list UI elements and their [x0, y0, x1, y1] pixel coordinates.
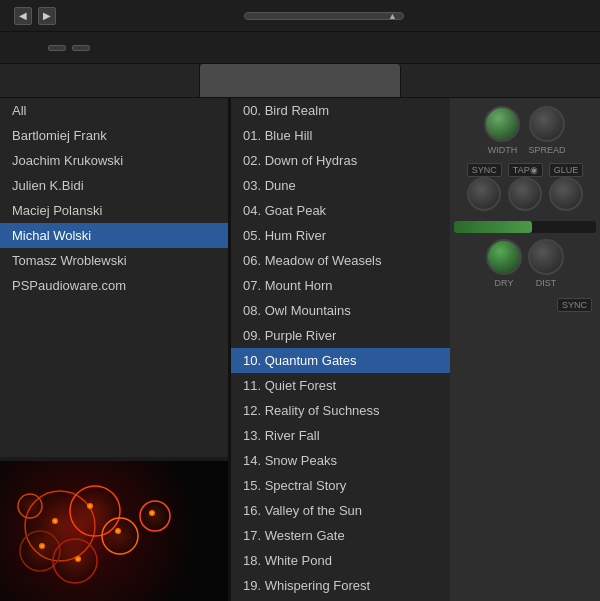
tap-tag: TAP◉: [508, 163, 543, 177]
knob-group-dist: DIST: [528, 239, 564, 288]
preset-item-7[interactable]: 07. Mount Horn: [231, 273, 450, 298]
spread-knob[interactable]: [529, 106, 565, 142]
preset-item-5[interactable]: 05. Hum River: [231, 223, 450, 248]
preset-item-1[interactable]: 01. Blue Hill: [231, 123, 450, 148]
preset-name-display[interactable]: [244, 12, 404, 20]
glue-knob[interactable]: [549, 177, 583, 211]
knob-overlay: WIDTH SPREAD SYNC TAP◉: [450, 98, 600, 601]
sync-knob[interactable]: [467, 177, 501, 211]
preset-item-19[interactable]: 19. Whispering Forest: [231, 573, 450, 598]
ab-controls: [48, 45, 90, 51]
knob-group-dry: DRY: [486, 239, 522, 288]
toolbar: [0, 32, 600, 64]
zoom-left-btn[interactable]: ◀: [14, 7, 32, 25]
ab-toggle-btn[interactable]: [48, 45, 66, 51]
preset-item-12[interactable]: 12. Reality of Suchness: [231, 398, 450, 423]
width-label: WIDTH: [488, 145, 518, 155]
author-item-5[interactable]: Michal Wolski: [0, 223, 228, 248]
author-item-1[interactable]: Bartlomiej Frank: [0, 123, 228, 148]
preset-list: 00. Bird Realm01. Blue Hill02. Down of H…: [230, 98, 450, 601]
dist-knob[interactable]: [528, 239, 564, 275]
tab-designer[interactable]: [200, 64, 400, 97]
preset-item-18[interactable]: 18. White Pond: [231, 548, 450, 573]
zoom-controls: ◀ ▶: [8, 7, 56, 25]
dist-label: DIST: [536, 278, 557, 288]
knob-group-spread: SPREAD: [528, 106, 565, 155]
spread-label: SPREAD: [528, 145, 565, 155]
preset-item-2[interactable]: 02. Down of Hydras: [231, 148, 450, 173]
preset-artwork: [0, 461, 228, 601]
knob-group-glue: GLUE: [549, 163, 584, 211]
preset-item-16[interactable]: 16. Valley of the Sun: [231, 498, 450, 523]
author-item-3[interactable]: Julien K.Bidi: [0, 173, 228, 198]
author-list: AllBartlomiej FrankJoachim KrukowskiJuli…: [0, 98, 228, 457]
preset-item-15[interactable]: 15. Spectral Story: [231, 473, 450, 498]
tab-my-presets[interactable]: [401, 64, 600, 97]
glue-tag: GLUE: [549, 163, 584, 177]
dry-label: DRY: [495, 278, 514, 288]
preset-item-17[interactable]: 17. Western Gate: [231, 523, 450, 548]
main-content: AllBartlomiej FrankJoachim KrukowskiJuli…: [0, 98, 600, 601]
preset-item-9[interactable]: 09. Purple River: [231, 323, 450, 348]
preset-item-10[interactable]: 10. Quantum Gates: [231, 348, 450, 373]
top-bar: ◀ ▶: [0, 0, 600, 32]
knob-group-width: WIDTH: [484, 106, 520, 155]
width-knob[interactable]: [484, 106, 520, 142]
zoom-right-btn[interactable]: ▶: [38, 7, 56, 25]
preset-item-14[interactable]: 14. Snow Peaks: [231, 448, 450, 473]
tap-knob[interactable]: [508, 177, 542, 211]
knob-group-sync: SYNC: [467, 163, 502, 211]
preset-image-area: [0, 461, 228, 601]
preset-item-6[interactable]: 06. Meadow of Weasels: [231, 248, 450, 273]
author-item-6[interactable]: Tomasz Wroblewski: [0, 248, 228, 273]
author-item-2[interactable]: Joachim Krukowski: [0, 148, 228, 173]
tab-application[interactable]: [0, 64, 200, 97]
sync-tag: SYNC: [467, 163, 502, 177]
a-to-b-btn[interactable]: [72, 45, 90, 51]
dry-knob[interactable]: [486, 239, 522, 275]
author-item-4[interactable]: Maciej Polanski: [0, 198, 228, 223]
preset-item-11[interactable]: 11. Quiet Forest: [231, 373, 450, 398]
preset-item-8[interactable]: 08. Owl Mountains: [231, 298, 450, 323]
preset-item-3[interactable]: 03. Dune: [231, 173, 450, 198]
author-item-7[interactable]: PSPaudioware.com: [0, 273, 228, 298]
author-item-0[interactable]: All: [0, 98, 228, 123]
tabs-bar: [0, 64, 600, 98]
sync-status-tag: SYNC: [557, 298, 592, 312]
preset-item-0[interactable]: 00. Bird Realm: [231, 98, 450, 123]
preset-item-4[interactable]: 04. Goat Peak: [231, 198, 450, 223]
left-panel: AllBartlomiej FrankJoachim KrukowskiJuli…: [0, 98, 230, 601]
knob-group-tap: TAP◉: [508, 163, 543, 211]
right-panel: 00. Bird Realm01. Blue Hill02. Down of H…: [230, 98, 600, 601]
preset-item-13[interactable]: 13. River Fall: [231, 423, 450, 448]
